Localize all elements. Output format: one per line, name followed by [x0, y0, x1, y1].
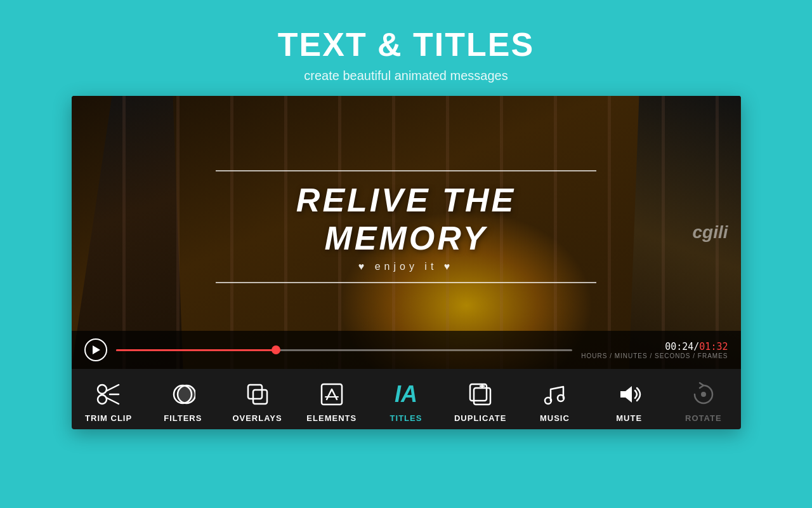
tool-elements[interactable]: ELEMENTS — [300, 380, 363, 423]
music-icon — [542, 380, 567, 408]
filters-label: FILTERS — [164, 413, 202, 423]
svg-line-3 — [106, 398, 119, 404]
title-line-bottom — [216, 282, 596, 283]
svg-point-0 — [98, 395, 107, 404]
tool-mute[interactable]: MUTE — [598, 380, 661, 423]
title-overlay: RELIVE THE MEMORY ♥ enjoy it ♥ — [216, 170, 596, 283]
overlays-icon — [245, 380, 270, 408]
svg-rect-8 — [253, 390, 267, 404]
overlays-label: OVERLAYS — [232, 413, 282, 423]
svg-line-2 — [106, 385, 119, 391]
playback-bar: 00:24/01:32 HOURS / MINUTES / SECONDS / … — [72, 331, 741, 369]
time-current: 00:24 — [665, 341, 693, 352]
play-icon — [93, 345, 100, 354]
music-label: MUSIC — [540, 413, 570, 423]
page-title: TEXT & TITLES — [278, 25, 534, 64]
time-separator: / — [693, 341, 699, 352]
svg-rect-7 — [248, 385, 262, 399]
scissors-icon — [96, 380, 121, 408]
tool-titles[interactable]: IA TITLES — [374, 380, 438, 423]
titles-icon: IA — [393, 380, 419, 408]
svg-text:IA: IA — [395, 382, 417, 407]
progress-fill — [116, 349, 280, 351]
watermark: cgili — [692, 222, 728, 243]
tool-overlays[interactable]: OVERLAYS — [226, 380, 289, 423]
tool-duplicate[interactable]: DUPLICATE — [449, 380, 512, 423]
play-button[interactable] — [84, 338, 107, 361]
mute-icon — [617, 380, 642, 408]
rotate-label: ROTATE — [685, 413, 722, 423]
filters-icon — [170, 380, 195, 408]
title-line-top — [216, 170, 596, 171]
video-container: RELIVE THE MEMORY ♥ enjoy it ♥ cgili 00:… — [72, 96, 741, 429]
titles-label: TITLES — [390, 413, 422, 423]
time-label: HOURS / MINUTES / SECONDS / FRAMES — [581, 352, 728, 359]
page-header: TEXT & TITLES create beautiful animated … — [278, 0, 534, 96]
tool-rotate[interactable]: ROTATE — [672, 380, 735, 423]
progress-thumb[interactable] — [272, 345, 280, 354]
time-block: 00:24/01:32 HOURS / MINUTES / SECONDS / … — [581, 341, 728, 359]
rotate-icon — [691, 380, 716, 408]
duplicate-icon — [468, 380, 493, 408]
svg-rect-9 — [322, 384, 342, 404]
svg-point-1 — [98, 385, 107, 394]
toolbar: TRIM CLIP FILTERS OVERLAYS — [72, 369, 741, 429]
video-frame: RELIVE THE MEMORY ♥ enjoy it ♥ cgili 00:… — [72, 96, 741, 369]
elements-label: ELEMENTS — [306, 413, 357, 423]
tool-trim-clip[interactable]: TRIM CLIP — [77, 380, 140, 423]
tool-music[interactable]: MUSIC — [523, 380, 586, 423]
mute-label: MUTE — [616, 413, 642, 423]
progress-track[interactable] — [116, 349, 573, 351]
duplicate-label: DUPLICATE — [454, 413, 506, 423]
time-total: 01:32 — [699, 341, 728, 352]
page-subtitle: create beautiful animated messages — [278, 69, 534, 83]
sub-video-text: ♥ enjoy it ♥ — [216, 261, 596, 272]
svg-rect-12 — [474, 388, 490, 404]
trim-clip-label: TRIM CLIP — [85, 413, 132, 423]
elements-icon — [319, 380, 344, 408]
main-video-text: RELIVE THE MEMORY — [216, 181, 596, 257]
svg-point-6 — [178, 385, 195, 403]
svg-point-17 — [701, 392, 706, 397]
tool-filters[interactable]: FILTERS — [151, 380, 214, 423]
